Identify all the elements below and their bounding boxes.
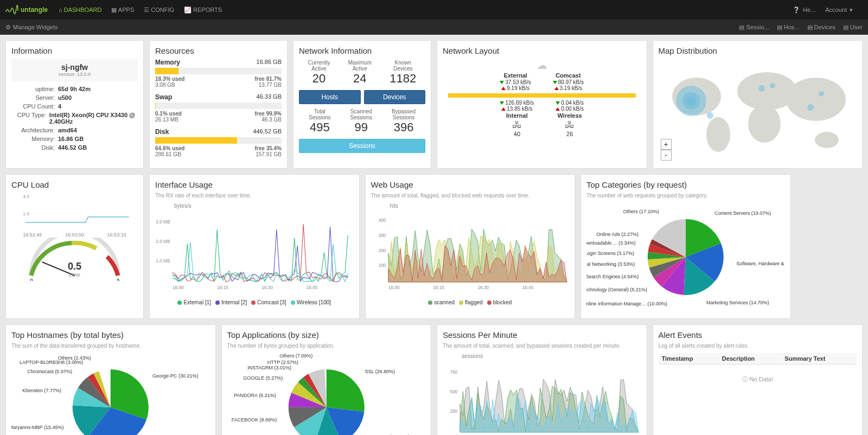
svg-text:Others (2.43%): Others (2.43%) [58, 355, 91, 361]
subbar-User[interactable]: ▤ User [843, 24, 863, 31]
info-row: CPU Count:4 [11, 102, 138, 111]
svg-text:Technology (General) (5.21%): Technology (General) (5.21%) [586, 287, 647, 292]
svg-text:Search Engines (4.54%): Search Engines (4.54%) [586, 274, 639, 279]
svg-text:George-PC (30.21%): George-PC (30.21%) [152, 373, 199, 379]
sessions-button[interactable]: Sessions [299, 139, 425, 153]
panel-top-applications: Top Applications (by size) The number of… [221, 324, 432, 435]
info-row: Disk:446.52 GB [11, 143, 138, 152]
panel-sub: The amount of total, scanned, and bypass… [443, 343, 641, 349]
svg-text:Social Networking (3.53%): Social Networking (3.53%) [586, 261, 635, 267]
svg-point-4 [786, 78, 846, 121]
svg-text:300: 300 [378, 233, 386, 238]
cloud-icon: ☁ [443, 59, 641, 72]
svg-text:1.5: 1.5 [23, 212, 30, 216]
svg-point-9 [707, 112, 713, 119]
map-zoom-in[interactable]: + [661, 139, 672, 150]
layout-iface: Comcast80.97 kB/s3.19 kB/s [553, 72, 584, 91]
layout-iface: External37.53 kB/s9.19 kB/s [500, 72, 531, 91]
svg-point-1 [706, 117, 730, 152]
svg-text:250: 250 [450, 409, 458, 414]
svg-text:Others (17.10%): Others (17.10%) [623, 209, 659, 214]
svg-text:16:15: 16:15 [433, 285, 444, 290]
svg-text:16:30: 16:30 [477, 285, 489, 290]
info-row: uptime:65d 9h 42m [11, 85, 138, 93]
panel-sub: The number of web requests grouped by ca… [586, 193, 785, 199]
cpu-spark: 4.5 1.5 [11, 193, 138, 231]
panel-title: Top Applications (by size) [227, 330, 426, 340]
resource-swap: Swap46.33 GB 0.1% used26.13 MBfree 99.9%… [155, 93, 282, 123]
world-map [659, 59, 857, 156]
legend-item[interactable]: scanned [428, 299, 455, 305]
panel-web-usage: Web Usage The amount of total, flagged, … [365, 174, 576, 319]
legend-item[interactable]: External [1] [177, 299, 211, 305]
legend-item[interactable]: flagged [459, 299, 483, 305]
svg-text:750: 750 [450, 370, 458, 375]
resource-memory: Memory16.86 GB 18.3% used3.08 GBfree 81.… [155, 59, 282, 88]
alert-table: TimestampDescriptionSummary Text [659, 353, 857, 364]
svg-text:Maryanns-MBP (15.45%): Maryanns-MBP (15.45%) [11, 425, 63, 430]
topbar: untangle ⌂ DASHBOARD▦ APPS☰ CONFIG📈 REPO… [0, 0, 868, 20]
panel-title: Sessions Per Minute [443, 330, 641, 340]
map-zoom-out[interactable]: - [661, 150, 672, 161]
svg-text:Online Information Manage… (10: Online Information Manage… (10.00%) [586, 301, 667, 306]
nav-apps[interactable]: ▦ APPS [111, 7, 134, 14]
panel-title: Interface Usage [155, 180, 354, 189]
panel-information: Information sj-ngfw version: 13.0.0 upti… [5, 40, 144, 169]
manage-widgets[interactable]: ⚙ Manage Widgets [5, 24, 58, 31]
svg-text:Software, Hardware & Elec... (: Software, Hardware & Elec... (17.00%) [737, 261, 785, 266]
nav-config[interactable]: ☰ CONFIG [144, 7, 174, 14]
svg-text:16:45: 16:45 [522, 285, 533, 290]
devices-button[interactable]: Devices [364, 90, 426, 104]
pie-chart: SSL (26.80%)SPOTIFY (16.79%)SALSFRCE (11… [227, 353, 426, 435]
svg-text:Kbensten (7.77%): Kbensten (7.77%) [22, 388, 61, 393]
svg-text:Chromecast (5.97%): Chromecast (5.97%) [27, 369, 72, 374]
svg-text:Streaming & Downloadable ... (: Streaming & Downloadable ... (3.34%) [586, 240, 636, 246]
subbar: ⚙ Manage Widgets ▤ Sessio...▤ Hos...▤ De… [0, 20, 868, 35]
svg-point-12 [807, 104, 814, 111]
svg-point-5 [815, 132, 839, 148]
svg-text:100: 100 [378, 263, 386, 268]
panel-top-hostnames: Top Hostnames (by total bytes) The sum o… [5, 324, 216, 435]
hostname-block: sj-ngfw version: 13.0.0 [11, 59, 138, 81]
subbar-Devices[interactable]: ▤ Devices [807, 24, 835, 31]
help-menu[interactable]: ❔ He... [793, 7, 815, 14]
info-row: Memory:16.86 GB [11, 135, 138, 143]
svg-text:1.0 MB: 1.0 MB [156, 259, 170, 264]
subbar-Hos...[interactable]: ▤ Hos... [777, 24, 800, 31]
svg-point-3 [748, 105, 781, 143]
subbar-Sessio...[interactable]: ▤ Sessio... [739, 24, 769, 31]
panel-interface-usage: Interface Usage The RX rate of each inte… [149, 174, 360, 319]
svg-text:Others (7.09%): Others (7.09%) [279, 353, 312, 359]
account-menu[interactable]: Account ▾ [825, 7, 853, 14]
svg-text:16:45: 16:45 [307, 285, 318, 290]
panel-sub: Log of all alerts created by alert rules… [659, 343, 857, 349]
svg-point-11 [770, 83, 775, 88]
svg-text:400: 400 [378, 218, 386, 223]
hostname: sj-ngfw [61, 63, 88, 72]
legend-item[interactable]: Wireless [100] [291, 299, 331, 305]
panel-alert-events: Alert Events Log of all alerts created b… [653, 324, 863, 435]
hosts-button[interactable]: Hosts [299, 90, 361, 104]
legend-item[interactable]: blocked [487, 299, 512, 305]
svg-text:5: 5 [117, 278, 120, 281]
svg-text:Marketing Services (14.70%): Marketing Services (14.70%) [706, 300, 769, 305]
layout-iface: 126.69 kB/s13.85 kB/sInternal🖧40 [500, 100, 534, 137]
netinfo-stat: TotalSessions495 [309, 108, 331, 135]
info-row: Server:u500 [11, 93, 138, 102]
svg-text:FACEBOOK (8.89%): FACEBOOK (8.89%) [231, 417, 277, 423]
panel-title: Information [11, 46, 138, 55]
legend-item[interactable]: Comcast [3] [251, 299, 286, 305]
nav-dashboard[interactable]: ⌂ DASHBOARD [59, 7, 101, 13]
pie-chart: George-PC (30.21%)Little-Bird (30.19%)Ma… [11, 353, 210, 435]
no-data: ⓘ No Data! [659, 364, 857, 394]
svg-text:Online Ads (2.27%): Online Ads (2.27%) [596, 232, 639, 237]
svg-text:GOOGLE (5.27%): GOOGLE (5.27%) [243, 375, 283, 381]
panel-network-info: Network Information CurrentlyActive20Max… [293, 40, 431, 169]
nav-reports[interactable]: 📈 REPORTS [184, 7, 222, 14]
panel-title: Alert Events [659, 330, 857, 340]
legend-item[interactable]: Internal [2] [215, 299, 247, 305]
pie-chart: Content Servers (19.07%)Software, Hardwa… [586, 203, 785, 311]
panel-cpu-load: CPU Load 4.5 1.5 16:52:4516:53:0016:53:1… [5, 174, 144, 319]
svg-text:3.0 MB: 3.0 MB [156, 220, 170, 225]
svg-text:Login Screens (3.17%): Login Screens (3.17%) [586, 251, 634, 256]
